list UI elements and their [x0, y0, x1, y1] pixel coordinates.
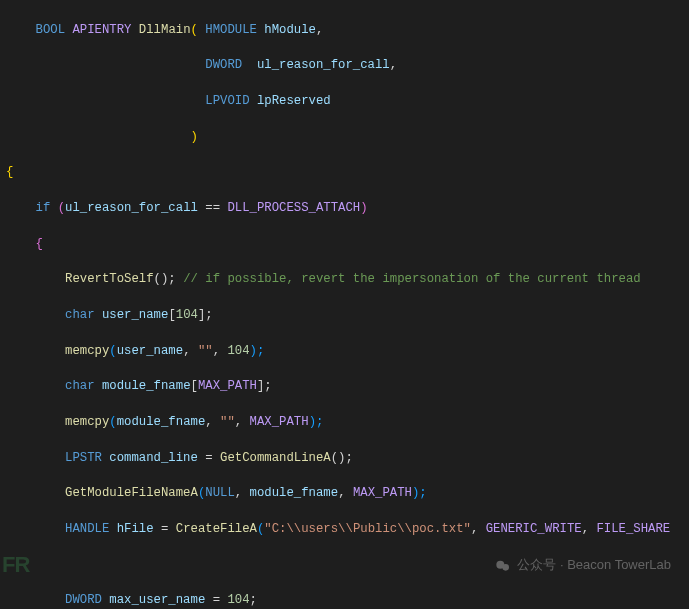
svg-point-1	[503, 564, 510, 571]
watermark-label: 公众号 · Beacon TowerLab	[517, 556, 671, 575]
wechat-icon	[495, 558, 511, 574]
code-line: if (ul_reason_for_call == DLL_PROCESS_AT…	[6, 200, 689, 218]
code-line: {	[6, 236, 689, 254]
left-watermark: FR	[2, 549, 29, 581]
code-line: LPSTR command_line = GetCommandLineA();	[6, 450, 689, 468]
code-line: LPVOID lpReserved	[6, 93, 689, 111]
code-line: DWORD ul_reason_for_call,	[6, 57, 689, 75]
code-editor[interactable]: BOOL APIENTRY DllMain( HMODULE hModule, …	[0, 4, 689, 609]
code-line: BOOL APIENTRY DllMain( HMODULE hModule,	[6, 22, 689, 40]
code-line: memcpy(module_fname, "", MAX_PATH);	[6, 414, 689, 432]
code-line: char user_name[104];	[6, 307, 689, 325]
code-line: {	[6, 164, 689, 182]
code-line: DWORD max_user_name = 104;	[6, 592, 689, 609]
code-line: char module_fname[MAX_PATH];	[6, 378, 689, 396]
code-line: HANDLE hFile = CreateFileA("C:\\users\\P…	[6, 521, 689, 539]
code-line: memcpy(user_name, "", 104);	[6, 343, 689, 361]
watermark: 公众号 · Beacon TowerLab	[495, 556, 671, 575]
code-line: GetModuleFileNameA(NULL, module_fname, M…	[6, 485, 689, 503]
code-line: )	[6, 129, 689, 147]
code-line: RevertToSelf(); // if possible, revert t…	[6, 271, 689, 289]
